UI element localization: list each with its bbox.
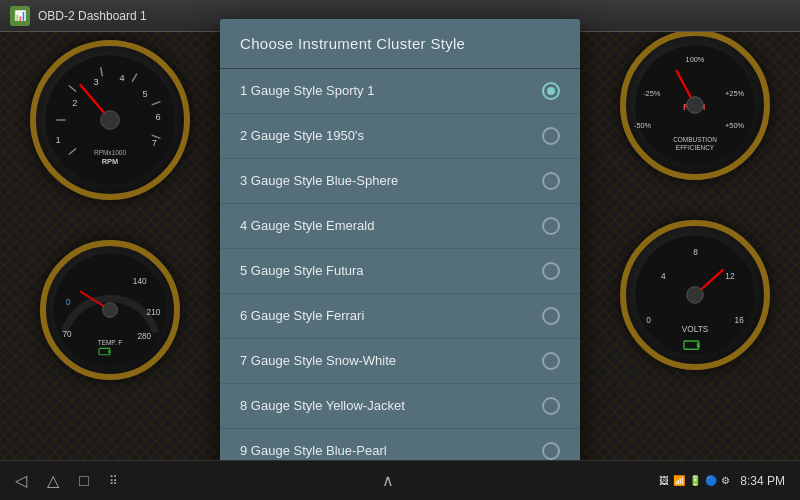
dialog-item-1[interactable]: 1 Gauge Style Sporty 1 bbox=[220, 69, 580, 114]
dialog-item-label-7: 7 Gauge Style Snow-White bbox=[240, 353, 396, 368]
status-bar: 🖼 📶 🔋 🔵 ⚙ 8:34 PM bbox=[659, 474, 785, 488]
nav-up-button[interactable]: ∧ bbox=[382, 471, 394, 490]
dialog-overlay: Choose Instrument Cluster Style 1 Gauge … bbox=[0, 32, 800, 460]
dialog-header: Choose Instrument Cluster Style bbox=[220, 19, 580, 69]
app-title: OBD-2 Dashboard 1 bbox=[38, 9, 147, 23]
dialog-item-label-3: 3 Gauge Style Blue-Sphere bbox=[240, 173, 398, 188]
dialog-item-5[interactable]: 5 Gauge Style Futura bbox=[220, 249, 580, 294]
recents-button[interactable]: □ bbox=[79, 472, 89, 490]
dialog-item-label-4: 4 Gauge Style Emerald bbox=[240, 218, 374, 233]
radio-btn-9[interactable] bbox=[542, 442, 560, 460]
radio-btn-3[interactable] bbox=[542, 172, 560, 190]
dialog-item-label-8: 8 Gauge Style Yellow-Jacket bbox=[240, 398, 405, 413]
radio-btn-5[interactable] bbox=[542, 262, 560, 280]
nav-bar: ◁ △ □ ⠿ ∧ 🖼 📶 🔋 🔵 ⚙ 8:34 PM bbox=[0, 460, 800, 500]
radio-btn-8[interactable] bbox=[542, 397, 560, 415]
nav-buttons: ◁ △ □ ⠿ bbox=[15, 471, 118, 490]
radio-btn-4[interactable] bbox=[542, 217, 560, 235]
radio-btn-7[interactable] bbox=[542, 352, 560, 370]
dialog-item-2[interactable]: 2 Gauge Style 1950's bbox=[220, 114, 580, 159]
dialog-item-label-6: 6 Gauge Style Ferrari bbox=[240, 308, 364, 323]
dialog-item-6[interactable]: 6 Gauge Style Ferrari bbox=[220, 294, 580, 339]
dialog-item-3[interactable]: 3 Gauge Style Blue-Sphere bbox=[220, 159, 580, 204]
home-button[interactable]: △ bbox=[47, 471, 59, 490]
status-icons: 🖼 📶 🔋 🔵 ⚙ bbox=[659, 475, 730, 486]
bluetooth-icon: 🔵 bbox=[705, 475, 717, 486]
settings-icon: ⚙ bbox=[721, 475, 730, 486]
dialog-item-7[interactable]: 7 Gauge Style Snow-White bbox=[220, 339, 580, 384]
dialog-item-8[interactable]: 8 Gauge Style Yellow-Jacket bbox=[220, 384, 580, 429]
dialog-body: 1 Gauge Style Sporty 12 Gauge Style 1950… bbox=[220, 69, 580, 474]
dialog-item-label-1: 1 Gauge Style Sporty 1 bbox=[240, 83, 374, 98]
radio-btn-2[interactable] bbox=[542, 127, 560, 145]
back-button[interactable]: ◁ bbox=[15, 471, 27, 490]
radio-btn-1[interactable] bbox=[542, 82, 560, 100]
app-icon: 📊 bbox=[10, 6, 30, 26]
screenshot-icon: 🖼 bbox=[659, 475, 669, 486]
menu-button[interactable]: ⠿ bbox=[109, 474, 118, 488]
signal-icon: 📶 bbox=[673, 475, 685, 486]
battery-icon: 🔋 bbox=[689, 475, 701, 486]
dialog-item-label-2: 2 Gauge Style 1950's bbox=[240, 128, 364, 143]
dialog-item-4[interactable]: 4 Gauge Style Emerald bbox=[220, 204, 580, 249]
radio-btn-6[interactable] bbox=[542, 307, 560, 325]
dialog-title: Choose Instrument Cluster Style bbox=[240, 35, 560, 52]
dialog-item-label-5: 5 Gauge Style Futura bbox=[240, 263, 364, 278]
dialog-item-label-9: 9 Gauge Style Blue-Pearl bbox=[240, 443, 387, 458]
instrument-cluster-dialog: Choose Instrument Cluster Style 1 Gauge … bbox=[220, 19, 580, 474]
clock: 8:34 PM bbox=[740, 474, 785, 488]
